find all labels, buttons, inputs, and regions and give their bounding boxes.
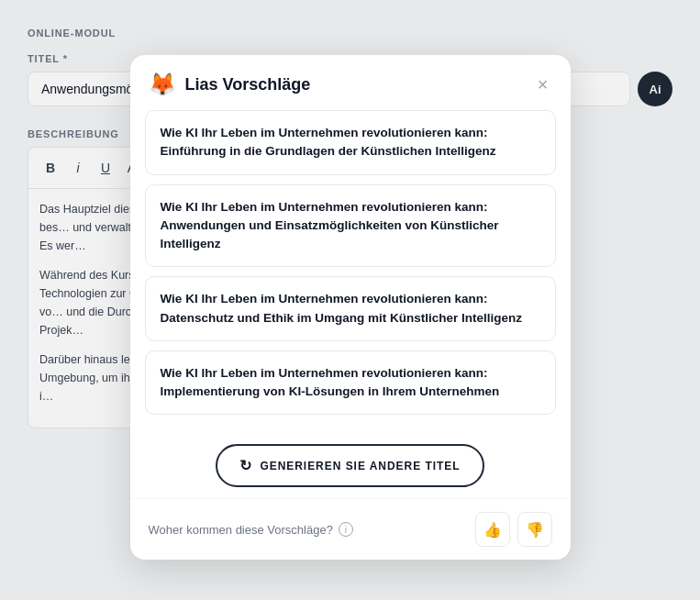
info-icon[interactable]: i	[339, 522, 353, 537]
thumbs-up-icon: 👍	[483, 521, 502, 539]
refresh-icon: ↻	[239, 457, 252, 474]
modal-footer: Woher kommen diese Vorschläge? i 👍 👎	[130, 498, 571, 560]
modal-header: 🦊 Lias Vorschläge ×	[130, 55, 571, 110]
modal-body: Wie KI Ihr Leben im Unternehmen revoluti…	[130, 110, 571, 429]
modal-close-button[interactable]: ×	[534, 72, 552, 97]
modal-title: Lias Vorschläge	[185, 75, 311, 94]
feedback-buttons: 👍 👎	[475, 512, 552, 547]
modal-overlay: 🦊 Lias Vorschläge × Wie KI Ihr Leben im …	[0, 0, 700, 600]
generate-btn-row: ↻ GENERIEREN SIE ANDERE TITEL	[130, 429, 571, 487]
fox-emoji: 🦊	[149, 72, 176, 97]
generate-button-label: GENERIEREN SIE ANDERE TITEL	[260, 460, 460, 472]
thumbs-down-button[interactable]: 👎	[517, 512, 552, 547]
suggestion-item-1[interactable]: Wie KI Ihr Leben im Unternehmen revoluti…	[145, 110, 556, 175]
suggestion-text-2: Wie KI Ihr Leben im Unternehmen revoluti…	[161, 200, 499, 251]
thumbs-down-icon: 👎	[526, 521, 544, 539]
suggestion-text-3: Wie KI Ihr Leben im Unternehmen revoluti…	[161, 292, 523, 324]
suggestion-text-1: Wie KI Ihr Leben im Unternehmen revoluti…	[161, 126, 496, 158]
thumbs-up-button[interactable]: 👍	[475, 512, 510, 547]
suggestion-item-3[interactable]: Wie KI Ihr Leben im Unternehmen revoluti…	[145, 276, 556, 341]
generate-button[interactable]: ↻ GENERIEREN SIE ANDERE TITEL	[216, 444, 483, 487]
page-container: ONLINE-MODUL TITEL * Ai BESCHREIBUNG B i…	[0, 0, 700, 600]
suggestion-item-2[interactable]: Wie KI Ihr Leben im Unternehmen revoluti…	[145, 184, 556, 268]
footer-text: Woher kommen diese Vorschläge?	[149, 523, 333, 537]
suggestion-text-4: Wie KI Ihr Leben im Unternehmen revoluti…	[161, 366, 500, 398]
suggestions-modal: 🦊 Lias Vorschläge × Wie KI Ihr Leben im …	[130, 55, 571, 560]
modal-header-left: 🦊 Lias Vorschläge	[149, 72, 311, 97]
footer-left: Woher kommen diese Vorschläge? i	[149, 522, 353, 537]
suggestion-item-4[interactable]: Wie KI Ihr Leben im Unternehmen revoluti…	[145, 350, 556, 416]
